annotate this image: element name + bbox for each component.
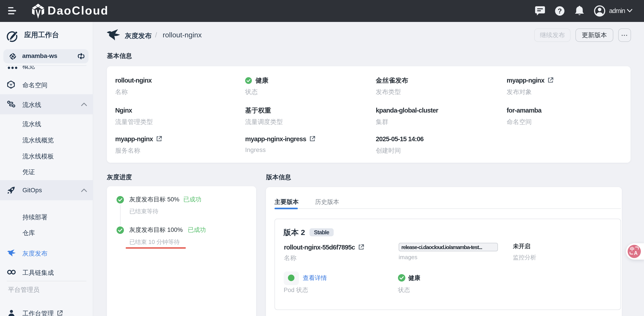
svg-text:?: ? — [558, 7, 562, 15]
